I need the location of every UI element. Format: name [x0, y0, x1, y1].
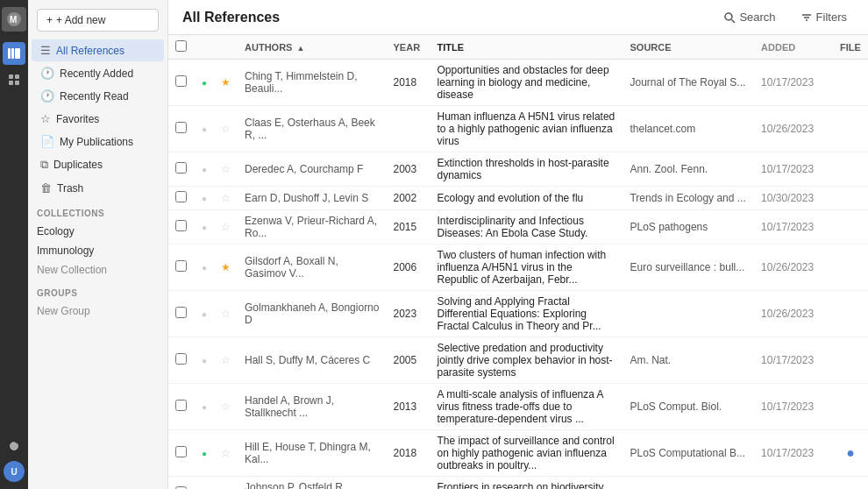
- select-all-checkbox[interactable]: [175, 40, 187, 52]
- empty-star-icon[interactable]: ☆: [221, 308, 231, 320]
- new-group-link[interactable]: New Group: [28, 301, 167, 321]
- row-star-6[interactable]: ☆: [214, 291, 238, 337]
- nav-icon: 🕐: [40, 89, 54, 103]
- sidebar-nav: ☰All References🕐Recently Added🕐Recently …: [28, 39, 167, 200]
- row-dot-0: ●: [195, 60, 214, 106]
- row-check-7[interactable]: [168, 337, 195, 384]
- row-checkbox-4[interactable]: [175, 220, 187, 231]
- table-row: ● ☆ Johnson P, Ostfeld R, Keesing F 2015…: [168, 477, 868, 490]
- sync-icon[interactable]: [3, 435, 25, 457]
- sidebar-item-favorites[interactable]: ☆Favorites: [32, 108, 164, 130]
- svg-line-10: [732, 19, 736, 23]
- row-checkbox-8[interactable]: [175, 400, 187, 411]
- row-checkbox-0[interactable]: [175, 75, 187, 87]
- empty-star-icon[interactable]: ☆: [221, 447, 231, 459]
- row-star-1[interactable]: ☆: [214, 106, 238, 152]
- empty-star-icon[interactable]: ☆: [221, 163, 231, 175]
- table-row: ● ☆ Handel A, Brown J, Stallknecht ... 2…: [168, 384, 868, 430]
- row-checkbox-2[interactable]: [175, 162, 187, 174]
- filled-dot-icon: ●: [202, 449, 207, 458]
- library-nav-icon[interactable]: [3, 42, 25, 65]
- row-star-9[interactable]: ☆: [214, 430, 238, 477]
- header-added[interactable]: ADDED: [754, 35, 833, 60]
- row-file-10: [833, 477, 868, 490]
- collection-item-immunology[interactable]: Immunology: [28, 241, 167, 260]
- empty-star-icon[interactable]: ☆: [221, 354, 231, 366]
- empty-dot-icon: ●: [202, 356, 207, 365]
- header-year[interactable]: YEAR: [387, 35, 430, 60]
- row-file-7: [833, 337, 868, 384]
- user-avatar[interactable]: U: [4, 461, 25, 482]
- row-file-0: [833, 60, 868, 106]
- row-authors-6: Golmankhaneh A, Bongiorno D: [238, 291, 386, 337]
- row-check-8[interactable]: [168, 384, 195, 430]
- row-file-3: [833, 187, 868, 210]
- row-star-8[interactable]: ☆: [214, 384, 238, 430]
- grid-nav-icon[interactable]: [3, 68, 25, 91]
- filled-star-icon[interactable]: ★: [221, 261, 231, 273]
- page-title: All References: [182, 10, 706, 25]
- row-file-2: [833, 152, 868, 187]
- filters-button[interactable]: Filters: [793, 7, 854, 27]
- header-file[interactable]: FILE: [833, 35, 868, 60]
- row-star-2[interactable]: ☆: [214, 152, 238, 187]
- empty-star-icon[interactable]: ☆: [221, 192, 231, 204]
- empty-dot-icon: ●: [202, 402, 207, 412]
- row-title-6: Solving and Applying Fractal Differentia…: [430, 291, 623, 337]
- row-checkbox-5[interactable]: [175, 260, 187, 272]
- collection-item-ecology[interactable]: Ecology: [28, 222, 167, 241]
- row-check-2[interactable]: [168, 152, 195, 187]
- new-collection-link[interactable]: New Collection: [28, 260, 167, 280]
- sidebar-item-recently-added[interactable]: 🕐Recently Added: [32, 62, 164, 84]
- header-star: [214, 35, 238, 60]
- empty-star-icon[interactable]: ☆: [221, 123, 231, 135]
- row-checkbox-6[interactable]: [175, 307, 187, 318]
- header-title[interactable]: TITLE: [430, 35, 623, 60]
- row-checkbox-1[interactable]: [175, 122, 187, 133]
- collection-label: Ecology: [37, 225, 75, 237]
- row-source-3: Trends in Ecology and ...: [623, 187, 754, 210]
- sidebar-item-trash[interactable]: 🗑Trash: [32, 177, 164, 199]
- row-title-4: Interdisciplinarity and Infectious Disea…: [430, 210, 623, 244]
- sidebar-item-my-publications[interactable]: 📄My Publications: [32, 131, 164, 152]
- row-check-5[interactable]: [168, 244, 195, 291]
- row-check-0[interactable]: [168, 60, 195, 106]
- row-checkbox-3[interactable]: [175, 191, 187, 202]
- table-row: ● ☆ Ezenwa V, Prieur-Richard A, Ro... 20…: [168, 210, 868, 244]
- row-check-6[interactable]: [168, 291, 195, 337]
- row-star-7[interactable]: ☆: [214, 337, 238, 384]
- row-check-1[interactable]: [168, 106, 195, 152]
- search-button[interactable]: Search: [716, 7, 782, 27]
- row-checkbox-7[interactable]: [175, 353, 187, 365]
- row-star-3[interactable]: ☆: [214, 187, 238, 210]
- row-star-5[interactable]: ★: [214, 244, 238, 291]
- collections-section-label: COLLECTIONS: [28, 200, 167, 222]
- row-source-5: Euro surveillance : bull...: [623, 244, 754, 291]
- empty-star-icon[interactable]: ☆: [221, 221, 231, 233]
- table-row: ● ☆ Claas E, Osterhaus A, Beek R, ... Hu…: [168, 106, 868, 152]
- header-authors[interactable]: AUTHORS ▲: [238, 35, 386, 60]
- sidebar-item-recently-read[interactable]: 🕐Recently Read: [32, 85, 164, 107]
- nav-icon: ☆: [40, 112, 51, 125]
- icon-bar-bottom: U: [3, 435, 25, 489]
- row-check-9[interactable]: [168, 430, 195, 477]
- sidebar-item-all-references[interactable]: ☰All References: [32, 39, 164, 61]
- sidebar: + + Add new ☰All References🕐Recently Add…: [28, 0, 168, 489]
- row-year-10: 2015: [387, 477, 430, 490]
- row-star-0[interactable]: ★: [214, 60, 238, 106]
- empty-star-icon[interactable]: ☆: [221, 400, 231, 413]
- row-star-4[interactable]: ☆: [214, 210, 238, 244]
- row-authors-3: Earn D, Dushoff J, Levin S: [238, 187, 386, 210]
- row-checkbox-9[interactable]: [175, 446, 187, 457]
- nav-icon: 🗑: [40, 181, 52, 195]
- row-file-1: [833, 106, 868, 152]
- sidebar-item-duplicates[interactable]: ⧉Duplicates: [32, 153, 164, 176]
- row-check-3[interactable]: [168, 187, 195, 210]
- row-authors-10: Johnson P, Ostfeld R, Keesing F: [238, 477, 386, 490]
- header-source[interactable]: SOURCE: [623, 35, 754, 60]
- add-new-button[interactable]: + + Add new: [37, 9, 159, 32]
- filled-star-icon[interactable]: ★: [221, 76, 231, 89]
- row-check-10[interactable]: [168, 477, 195, 490]
- row-star-10[interactable]: ☆: [214, 477, 238, 490]
- row-check-4[interactable]: [168, 210, 195, 244]
